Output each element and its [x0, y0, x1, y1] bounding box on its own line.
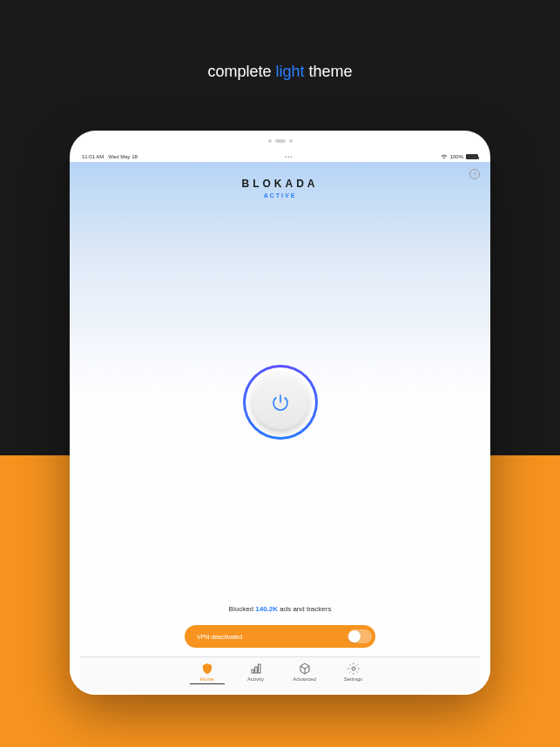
blocked-stats: Blocked 140.2K ads and trackers: [80, 605, 480, 613]
tab-activity-label: Activity: [247, 676, 264, 682]
battery-icon: [466, 154, 478, 159]
status-date: Wed May 18: [108, 154, 138, 159]
bottom-section: Blocked 140.2K ads and trackers VPN deac…: [70, 605, 490, 695]
brand-header: BLOKADA ACTIVE: [70, 178, 490, 199]
power-ring: [243, 365, 318, 440]
battery-percent: 100%: [450, 154, 463, 159]
heading-pre: complete: [207, 63, 271, 80]
status-bar: 11:01 AM Wed May 18 ••• 100%: [70, 151, 490, 162]
app-content: ? BLOKADA ACTIVE Blocked 140.2K ads: [70, 162, 490, 695]
power-button[interactable]: [251, 373, 310, 432]
svg-rect-4: [254, 667, 257, 673]
chart-icon: [250, 663, 262, 675]
camera-dot: [268, 139, 272, 143]
tab-home[interactable]: Home: [190, 663, 225, 684]
vpn-toggle[interactable]: [347, 629, 372, 643]
svg-point-6: [352, 667, 355, 670]
help-icon[interactable]: ?: [469, 169, 480, 179]
status-right: 100%: [441, 154, 478, 160]
cube-icon: [299, 663, 311, 675]
speaker-pill: [275, 139, 286, 143]
power-ring-gap: [246, 367, 315, 437]
tablet-bezel: [70, 131, 490, 151]
promo-heading: complete light theme: [0, 63, 560, 81]
tab-advanced[interactable]: Advanced: [287, 663, 322, 683]
brand-name: BLOKADA: [70, 178, 490, 190]
shield-icon: [201, 663, 213, 675]
tab-bar: Home Activity Advanced: [80, 656, 480, 691]
tab-home-label: Home: [199, 676, 213, 682]
tablet-frame: 11:01 AM Wed May 18 ••• 100% ? BLOKADA A…: [70, 131, 490, 695]
power-icon: [270, 392, 291, 413]
svg-point-0: [443, 158, 444, 158]
tab-advanced-label: Advanced: [293, 676, 316, 682]
power-area: [70, 199, 490, 605]
blocked-suffix: ads and trackers: [278, 605, 331, 613]
tab-activity[interactable]: Activity: [239, 663, 273, 683]
multitask-dots: •••: [138, 154, 441, 159]
vpn-label: VPN deactivated: [197, 634, 347, 640]
heading-accent: light: [275, 63, 304, 80]
blocked-count: 140.2K: [255, 605, 278, 613]
heading-post: theme: [309, 63, 353, 80]
status-time: 11:01 AM: [82, 154, 104, 159]
sensor-dot: [289, 139, 293, 143]
brand-status: ACTIVE: [70, 192, 490, 199]
wifi-icon: [441, 154, 448, 160]
blocked-prefix: Blocked: [229, 605, 256, 613]
tab-settings[interactable]: Settings: [336, 663, 371, 683]
svg-rect-3: [252, 670, 254, 673]
gear-icon: [347, 663, 360, 675]
vpn-bar[interactable]: VPN deactivated: [185, 625, 375, 648]
svg-rect-5: [258, 664, 260, 673]
tab-settings-label: Settings: [344, 676, 363, 682]
status-left: 11:01 AM Wed May 18: [82, 154, 138, 159]
